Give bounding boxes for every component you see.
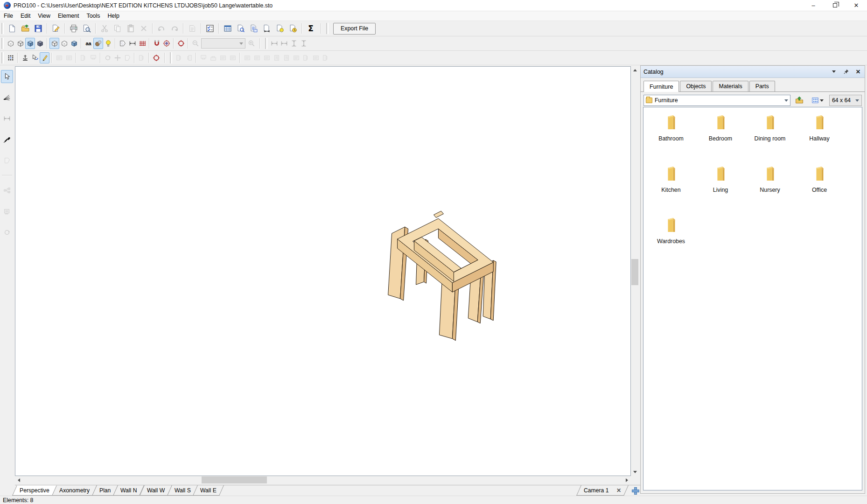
distribute-9-button[interactable]: [321, 52, 330, 63]
camera-tab-close-icon[interactable]: ✕: [612, 487, 626, 494]
materials-render-button[interactable]: [93, 38, 103, 49]
shape-edit-button[interactable]: [137, 52, 147, 63]
center-element-button[interactable]: [151, 52, 161, 63]
hidden-line-view-button[interactable]: [15, 38, 25, 49]
ungroup-button[interactable]: [64, 52, 74, 63]
restore-button[interactable]: [824, 0, 846, 11]
catalog-menu-button[interactable]: [830, 68, 838, 76]
print-preview-button[interactable]: [80, 22, 93, 35]
anchor-button[interactable]: [20, 52, 30, 63]
time-report-button[interactable]: [287, 22, 300, 35]
distance-v-button[interactable]: [289, 38, 299, 49]
tab-furniture[interactable]: Furniture: [643, 81, 679, 92]
icon-size-select[interactable]: 64 x 64: [829, 95, 862, 106]
new-button[interactable]: [6, 22, 19, 35]
export-file-button[interactable]: Export File: [333, 23, 376, 35]
scroll-right-button[interactable]: [623, 476, 631, 484]
save-button[interactable]: [32, 22, 45, 35]
distribute-7-button[interactable]: [301, 52, 311, 63]
vertical-scrollbar[interactable]: [631, 66, 639, 476]
wireframe-view-button[interactable]: [6, 38, 15, 49]
copy-button[interactable]: [111, 22, 124, 35]
cut-button[interactable]: [98, 22, 111, 35]
align-bottom-button[interactable]: [208, 52, 218, 63]
distance-v2-button[interactable]: [299, 38, 308, 49]
grid-button[interactable]: [137, 38, 147, 49]
draw-button[interactable]: [40, 52, 49, 63]
toolbar-grip[interactable]: [326, 23, 329, 34]
folder-wardrobes[interactable]: Wardrobes: [646, 214, 696, 265]
folder-hallway[interactable]: Hallway: [795, 111, 844, 162]
menu-view[interactable]: View: [34, 12, 54, 20]
distribute-4-button[interactable]: [272, 52, 281, 63]
delete-button[interactable]: [137, 22, 150, 35]
connect-tool[interactable]: [1, 184, 13, 197]
menu-tools[interactable]: Tools: [83, 12, 104, 20]
properties-button[interactable]: [186, 22, 199, 35]
add-view-button[interactable]: [630, 485, 640, 496]
saw-tool[interactable]: [1, 91, 13, 104]
vertical-scroll-thumb[interactable]: [631, 259, 638, 285]
toolbar-grip[interactable]: [265, 38, 267, 49]
rotate-button[interactable]: [103, 52, 112, 63]
snap-sphere-button[interactable]: [161, 38, 171, 49]
toolbar-grip[interactable]: [170, 52, 172, 63]
center-view-button[interactable]: [176, 38, 186, 49]
lighting-report-button[interactable]: [273, 22, 287, 35]
distance-h2-button[interactable]: [279, 38, 289, 49]
lighting-button[interactable]: [103, 38, 113, 49]
edges-mode-button[interactable]: [59, 38, 69, 49]
mirror-button[interactable]: [122, 52, 132, 63]
horizontal-scrollbar[interactable]: [15, 476, 631, 484]
table-frame-model[interactable]: [15, 67, 630, 476]
preview-report-button[interactable]: [234, 22, 247, 35]
distribute-3-button[interactable]: [262, 52, 272, 63]
distribute-6-button[interactable]: [291, 52, 301, 63]
undo-button[interactable]: [155, 22, 168, 35]
dimensions-report-button[interactable]: [260, 22, 273, 35]
eyedropper-tool[interactable]: [1, 133, 13, 146]
scroll-left-button[interactable]: [15, 476, 23, 484]
folder-dining-room[interactable]: Dining room: [745, 111, 795, 162]
distribute-2-button[interactable]: [252, 52, 262, 63]
toolbar-grip[interactable]: [1, 38, 4, 49]
select-tool[interactable]: [1, 70, 13, 83]
tab-parts[interactable]: Parts: [749, 81, 775, 91]
distribute-1-button[interactable]: [242, 52, 252, 63]
toolbar-grip[interactable]: [1, 52, 4, 63]
menu-edit[interactable]: Edit: [17, 12, 34, 20]
outline-mode-button[interactable]: [49, 38, 59, 49]
scroll-up-button[interactable]: [631, 66, 639, 74]
tab-perspective[interactable]: Perspective: [12, 485, 56, 496]
catalog-header[interactable]: Catalog ✕: [641, 66, 865, 78]
settings-button[interactable]: [203, 22, 217, 35]
rotate-cursor-button[interactable]: [30, 52, 40, 63]
minimize-button[interactable]: –: [803, 0, 824, 11]
redo-button[interactable]: [168, 22, 181, 35]
shape-tool[interactable]: [1, 154, 13, 167]
folder-office[interactable]: Office: [795, 162, 844, 214]
dimensions-button[interactable]: [127, 38, 137, 49]
align-top-button[interactable]: [198, 52, 208, 63]
zoom-out-button[interactable]: [190, 38, 200, 49]
menu-element[interactable]: Element: [54, 12, 83, 20]
open-button[interactable]: [19, 22, 32, 35]
align-front-button[interactable]: [218, 52, 228, 63]
summary-button[interactable]: Σ: [304, 22, 317, 35]
list-edit-tool[interactable]: [1, 205, 13, 218]
flip-vertical-button[interactable]: [78, 52, 88, 63]
scroll-down-button[interactable]: [631, 468, 639, 476]
tab-materials[interactable]: Materials: [713, 81, 748, 91]
tab-objects[interactable]: Objects: [680, 81, 712, 91]
distribute-8-button[interactable]: [311, 52, 321, 63]
folder-living[interactable]: Living: [696, 162, 745, 214]
tab-wall-w[interactable]: Wall W: [140, 485, 172, 496]
edit-document-button[interactable]: [49, 22, 63, 35]
view-mode-button[interactable]: [808, 95, 827, 106]
paste-button[interactable]: [124, 22, 137, 35]
align-back-button[interactable]: [228, 52, 238, 63]
shaded-view-button[interactable]: [25, 38, 35, 49]
antialias-button[interactable]: aa: [84, 38, 93, 49]
print-button[interactable]: [67, 22, 80, 35]
close-button[interactable]: ✕: [846, 0, 867, 11]
